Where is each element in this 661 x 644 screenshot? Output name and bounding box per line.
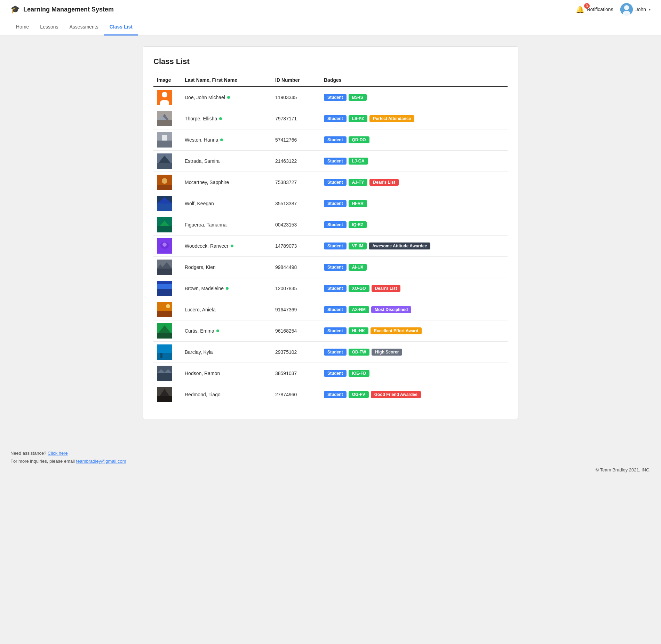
svg-rect-36 xyxy=(157,333,172,339)
svg-point-24 xyxy=(162,243,167,247)
nav-class-list[interactable]: Class List xyxy=(104,19,138,35)
student-image-cell xyxy=(153,151,181,172)
student-avatar xyxy=(157,344,172,360)
table-row: Rodgers, Kien99844498StudentAI-UX xyxy=(153,257,508,278)
student-badges-cell: StudentOD-TWHigh Scorer xyxy=(320,342,508,363)
badge: HL-HK xyxy=(349,327,368,334)
student-badges-cell: StudentVF-IMAwesome Attitude Awardee xyxy=(320,236,508,257)
svg-rect-4 xyxy=(157,120,172,126)
col-header-image: Image xyxy=(153,74,181,87)
svg-rect-33 xyxy=(157,311,172,317)
student-badges-cell: StudentAX-NMMost Disciplined xyxy=(320,299,508,320)
badge: Student xyxy=(324,370,347,377)
student-name: Thorpe, Ellisha xyxy=(185,116,217,121)
student-id: 35513387 xyxy=(272,193,320,214)
svg-rect-31 xyxy=(157,284,172,289)
student-name: Brown, Madeleine xyxy=(185,286,224,291)
table-row: Hodson, Ramon38591037StudentIOE-FD xyxy=(153,363,508,384)
badge: Student xyxy=(324,391,347,398)
student-id: 29375102 xyxy=(272,342,320,363)
student-name-cell: Wolf, Keegan xyxy=(181,193,272,214)
student-name: Estrada, Samira xyxy=(185,158,220,164)
student-id: 79787171 xyxy=(272,108,320,129)
badge: Student xyxy=(324,94,347,101)
student-image-cell xyxy=(153,108,181,129)
student-badges-cell: StudentXO-GODean's List xyxy=(320,278,508,299)
badge: Student xyxy=(324,285,347,292)
badge: Perfect Attendance xyxy=(369,115,414,122)
svg-point-1 xyxy=(624,5,629,10)
user-menu[interactable]: John ▾ xyxy=(620,3,651,16)
col-header-badges: Badges xyxy=(320,74,508,87)
student-name: Mccartney, Sapphire xyxy=(185,180,229,185)
student-name: Rodgers, Kien xyxy=(185,264,216,270)
student-image-cell xyxy=(153,172,181,193)
student-image-cell xyxy=(153,193,181,214)
student-name-cell: Thorpe, Ellisha xyxy=(181,108,272,129)
assistance-text: Need assistance? xyxy=(10,451,46,456)
student-id: 96168254 xyxy=(272,320,320,342)
badge: Student xyxy=(324,327,347,334)
student-name-cell: Curtis, Emma xyxy=(181,320,272,342)
student-id: 99844498 xyxy=(272,257,320,278)
nav-lessons[interactable]: Lessons xyxy=(34,19,64,35)
notifications-button[interactable]: 3 🔔 Notifications xyxy=(576,5,613,14)
badge: Awesome Attitude Awardee xyxy=(369,243,430,249)
student-name: Woodcock, Ranveer xyxy=(185,243,229,249)
svg-rect-39 xyxy=(157,353,172,360)
svg-rect-9 xyxy=(162,135,167,141)
student-avatar xyxy=(157,175,172,190)
main-content: Class List Image Last Name, First Name I… xyxy=(132,36,529,430)
badge: VF-IM xyxy=(349,243,367,249)
student-name: Figueroa, Tamanna xyxy=(185,222,226,228)
table-row: Curtis, Emma96168254StudentHL-HKExcellen… xyxy=(153,320,508,342)
student-image-cell xyxy=(153,236,181,257)
student-avatar xyxy=(157,153,172,169)
logo-icon: 🎓 xyxy=(10,5,20,14)
svg-rect-30 xyxy=(157,289,172,296)
badge: Most Disciplined xyxy=(371,306,411,313)
badge: Student xyxy=(324,349,347,356)
student-id: 14789073 xyxy=(272,236,320,257)
badge: OG-FV xyxy=(349,391,369,398)
email-link[interactable]: teambradley@gmail.com xyxy=(76,459,126,464)
student-image-cell xyxy=(153,257,181,278)
student-badges-cell: StudentOG-FVGood Friend Awardee xyxy=(320,384,508,405)
student-name-cell: Brown, Madeleine xyxy=(181,278,272,299)
inquiry-text: For more inquiries, please email xyxy=(10,459,75,464)
student-badges-cell: StudentLS-PZPerfect Attendance xyxy=(320,108,508,129)
student-badges-cell: StudentAJ-TYDean's List xyxy=(320,172,508,193)
badge: Student xyxy=(324,243,347,249)
badge: Good Friend Awardee xyxy=(371,391,421,398)
badge: AI-UX xyxy=(349,264,367,271)
badge: IOE-FD xyxy=(349,370,370,377)
header: 🎓 Learning Management System 3 🔔 Notific… xyxy=(0,0,661,19)
online-indicator xyxy=(226,287,229,290)
notifications-label: Notifications xyxy=(587,7,613,12)
table-row: Redmond, Tiago27874960StudentOG-FVGood F… xyxy=(153,384,508,405)
student-id: 38591037 xyxy=(272,363,320,384)
table-row: Figueroa, Tamanna00423153StudentIQ-RZ xyxy=(153,214,508,236)
footer: Need assistance? Click here For more inq… xyxy=(0,444,661,479)
table-row: Estrada, Samira21463122StudentLJ-GA xyxy=(153,151,508,172)
student-id: 00423153 xyxy=(272,214,320,236)
student-name-cell: Rodgers, Kien xyxy=(181,257,272,278)
badge: Dean's List xyxy=(372,285,401,292)
student-avatar xyxy=(157,90,172,105)
student-name-cell: Redmond, Tiago xyxy=(181,384,272,405)
click-here-link[interactable]: Click here xyxy=(48,451,68,456)
svg-rect-40 xyxy=(157,344,172,353)
copyright-text: © Team Bradley 2021. INC. xyxy=(596,467,651,472)
badge: Student xyxy=(324,158,347,165)
badge: OD-TW xyxy=(349,349,370,356)
student-avatar xyxy=(157,217,172,232)
nav-home[interactable]: Home xyxy=(10,19,34,35)
table-row: Brown, Madeleine12007835StudentXO-GODean… xyxy=(153,278,508,299)
student-avatar xyxy=(157,111,172,126)
student-name: Curtis, Emma xyxy=(185,328,214,334)
badge: LJ-GA xyxy=(349,158,368,165)
class-table: Image Last Name, First Name ID Number Ba… xyxy=(153,74,508,405)
nav-assessments[interactable]: Assessments xyxy=(64,19,104,35)
table-row: Wolf, Keegan35513387StudentHI-RR xyxy=(153,193,508,214)
online-indicator xyxy=(219,117,222,120)
